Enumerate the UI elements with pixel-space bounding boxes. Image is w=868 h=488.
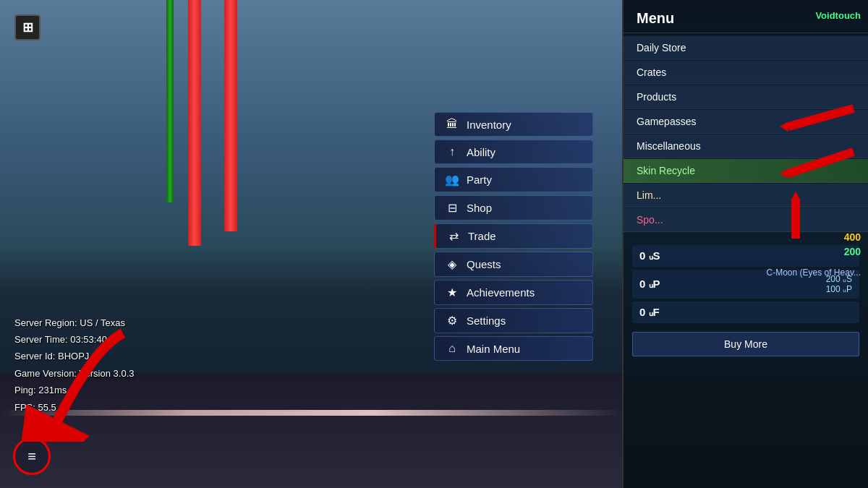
menu-item-inventory[interactable]: 🏛 Inventory <box>434 112 593 137</box>
number-400: 400 <box>844 231 861 243</box>
party-icon: 👥 <box>445 173 459 187</box>
cmoon-label: C-Moon (Eyes of Heav... <box>767 267 861 278</box>
store-gamepasses[interactable]: Gamepasses <box>624 110 868 134</box>
shop-icon: ⊟ <box>445 201 459 215</box>
menu-item-main-menu[interactable]: ⌂ Main Menu <box>434 336 593 361</box>
menu-item-trade[interactable]: ⇄ Trade <box>434 223 593 249</box>
achievements-icon: ★ <box>445 286 459 299</box>
red-pole-left <box>188 0 201 246</box>
menu-item-trade-label: Trade <box>468 230 496 242</box>
store-limited[interactable]: Lim... <box>624 184 868 207</box>
store-special[interactable]: Spo... <box>624 208 868 232</box>
currency-100up: 100 ᵤP <box>826 284 852 294</box>
currency-section: 0 ᵤS 0 ᵤP 200 ᵤS 100 ᵤP 0 ᵤF <box>624 241 868 328</box>
menu-item-settings[interactable]: ⚙ Settings <box>434 308 593 333</box>
currency-us-label: 0 ᵤS <box>639 249 660 262</box>
game-menu: 🏛 Inventory ↑ Ability 👥 Party ⊟ Shop ⇄ T… <box>434 112 593 361</box>
menu-item-party-label: Party <box>467 174 492 186</box>
number-200: 200 <box>844 246 861 257</box>
quests-icon: ◈ <box>445 257 459 271</box>
right-panel: Menu Voidtouch Daily Store Crates Produc… <box>622 0 868 488</box>
ping: Ping: 231ms <box>14 382 134 398</box>
store-crates[interactable]: Crates <box>624 61 868 85</box>
menu-button[interactable]: ≡ <box>13 437 51 475</box>
menu-item-quests-label: Quests <box>467 258 501 270</box>
currency-us-row: 0 ᵤS <box>632 245 859 267</box>
buy-more-button[interactable]: Buy More <box>632 332 859 356</box>
menu-item-quests[interactable]: ◈ Quests <box>434 252 593 277</box>
green-pole <box>166 0 174 202</box>
voidtouch-label: Voidtouch <box>815 10 861 21</box>
menu-item-main-menu-label: Main Menu <box>467 343 520 355</box>
server-region: Server Region: US / Texas <box>14 314 134 331</box>
menu-button-icon: ≡ <box>27 449 36 463</box>
left-panel: ⊞ Server Region: US / Texas Server Time:… <box>0 0 622 488</box>
store-miscellaneous[interactable]: Miscellaneous <box>624 134 868 158</box>
main-menu-icon: ⌂ <box>445 342 459 355</box>
store-skin-recycle[interactable]: Skin Recycle <box>624 159 868 183</box>
side-numbers: 400 200 <box>844 231 861 257</box>
menu-item-party[interactable]: 👥 Party <box>434 167 593 192</box>
menu-item-achievements-label: Achievements <box>467 286 535 299</box>
fps: FPS: 55.5 <box>14 399 134 416</box>
currency-up-label: 0 ᵤP <box>639 278 660 291</box>
store-menu: Daily Store Crates Products Gamepasses M… <box>624 33 868 235</box>
game-version: Game Version: Version 3.0.3 <box>14 365 134 382</box>
menu-item-shop[interactable]: ⊟ Shop <box>434 195 593 221</box>
menu-item-ability-label: Ability <box>467 146 495 158</box>
inventory-icon: 🏛 <box>445 118 459 131</box>
menu-item-settings-label: Settings <box>467 314 506 327</box>
menu-item-inventory-label: Inventory <box>467 119 511 131</box>
server-info: Server Region: US / Texas Server Time: 0… <box>14 314 134 416</box>
trade-icon: ⇄ <box>446 229 461 243</box>
roblox-icon[interactable]: ⊞ <box>14 14 41 40</box>
ability-icon: ↑ <box>445 145 459 158</box>
currency-uf-label: 0 ᵤF <box>639 306 660 319</box>
red-pole-right <box>224 0 237 231</box>
menu-item-ability[interactable]: ↑ Ability <box>434 140 593 164</box>
menu-item-shop-label: Shop <box>467 202 492 214</box>
settings-icon: ⚙ <box>445 314 459 328</box>
server-id: Server Id: BHOPJ <box>14 348 134 364</box>
store-products[interactable]: Products <box>624 85 868 109</box>
server-time: Server Time: 03:53:40 <box>14 331 134 348</box>
currency-uf-row: 0 ᵤF <box>632 301 859 323</box>
menu-item-achievements[interactable]: ★ Achievements <box>434 280 593 305</box>
store-daily-store[interactable]: Daily Store <box>624 36 868 60</box>
